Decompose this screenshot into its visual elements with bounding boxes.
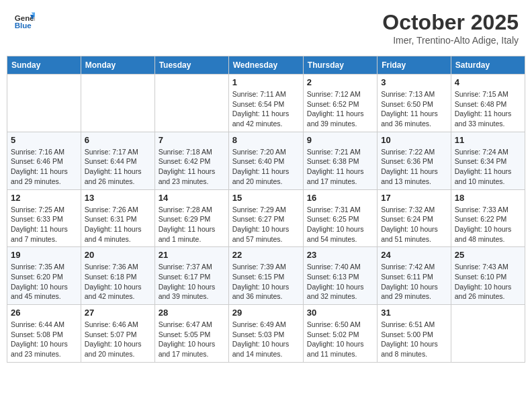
calendar-cell: 25Sunrise: 7:43 AM Sunset: 6:10 PM Dayli…	[451, 247, 525, 305]
day-info: Sunrise: 7:18 AM Sunset: 6:42 PM Dayligh…	[159, 147, 225, 187]
calendar-cell: 22Sunrise: 7:39 AM Sunset: 6:15 PM Dayli…	[228, 247, 303, 305]
page-header: General Blue October 2025 Imer, Trentino…	[7, 7, 525, 49]
weekday-header: Thursday	[303, 56, 377, 75]
calendar-cell: 26Sunrise: 6:44 AM Sunset: 5:08 PM Dayli…	[7, 305, 81, 363]
title-block: October 2025 Imer, Trentino-Alto Adige, …	[382, 10, 519, 46]
day-number: 3	[381, 77, 447, 87]
day-info: Sunrise: 7:32 AM Sunset: 6:24 PM Dayligh…	[381, 205, 447, 244]
calendar-cell: 19Sunrise: 7:35 AM Sunset: 6:20 PM Dayli…	[7, 247, 81, 305]
day-number: 30	[307, 308, 373, 318]
day-number: 13	[85, 193, 151, 203]
day-number: 1	[232, 77, 300, 87]
day-info: Sunrise: 7:22 AM Sunset: 6:36 PM Dayligh…	[381, 147, 447, 187]
day-number: 22	[232, 250, 300, 260]
day-info: Sunrise: 6:47 AM Sunset: 5:05 PM Dayligh…	[159, 320, 225, 359]
day-number: 9	[307, 135, 373, 145]
day-info: Sunrise: 7:13 AM Sunset: 6:50 PM Dayligh…	[381, 89, 447, 129]
day-number: 7	[159, 135, 225, 145]
calendar-week-row: 5Sunrise: 7:16 AM Sunset: 6:46 PM Daylig…	[7, 132, 525, 189]
day-info: Sunrise: 7:33 AM Sunset: 6:22 PM Dayligh…	[455, 205, 521, 244]
day-number: 20	[85, 250, 151, 260]
day-number: 26	[11, 308, 77, 318]
weekday-header: Sunday	[7, 56, 81, 75]
day-info: Sunrise: 6:51 AM Sunset: 5:00 PM Dayligh…	[381, 320, 447, 359]
day-number: 14	[159, 193, 225, 203]
day-info: Sunrise: 7:21 AM Sunset: 6:38 PM Dayligh…	[307, 147, 373, 187]
month-title: October 2025	[382, 10, 519, 35]
day-number: 23	[307, 250, 373, 260]
calendar-cell: 23Sunrise: 7:40 AM Sunset: 6:13 PM Dayli…	[303, 247, 377, 305]
calendar-cell	[7, 75, 81, 132]
calendar-cell: 3Sunrise: 7:13 AM Sunset: 6:50 PM Daylig…	[378, 75, 451, 132]
calendar-week-row: 1Sunrise: 7:11 AM Sunset: 6:54 PM Daylig…	[7, 75, 525, 132]
day-info: Sunrise: 7:17 AM Sunset: 6:44 PM Dayligh…	[85, 147, 151, 187]
calendar-cell	[154, 75, 228, 132]
calendar-cell: 2Sunrise: 7:12 AM Sunset: 6:52 PM Daylig…	[303, 75, 377, 132]
day-info: Sunrise: 7:15 AM Sunset: 6:48 PM Dayligh…	[455, 89, 521, 129]
day-info: Sunrise: 7:42 AM Sunset: 6:11 PM Dayligh…	[381, 262, 447, 302]
logo: General Blue	[13, 10, 35, 32]
day-info: Sunrise: 7:25 AM Sunset: 6:33 PM Dayligh…	[11, 205, 77, 244]
weekday-header: Friday	[378, 56, 451, 75]
calendar-cell: 9Sunrise: 7:21 AM Sunset: 6:38 PM Daylig…	[303, 132, 377, 189]
calendar-header-row: SundayMondayTuesdayWednesdayThursdayFrid…	[7, 56, 525, 75]
calendar-week-row: 12Sunrise: 7:25 AM Sunset: 6:33 PM Dayli…	[7, 189, 525, 247]
day-number: 8	[232, 135, 300, 145]
day-number: 24	[381, 250, 447, 260]
weekday-header: Wednesday	[228, 56, 303, 75]
calendar-cell: 4Sunrise: 7:15 AM Sunset: 6:48 PM Daylig…	[451, 75, 525, 132]
day-info: Sunrise: 7:28 AM Sunset: 6:29 PM Dayligh…	[159, 205, 225, 244]
calendar-cell: 15Sunrise: 7:29 AM Sunset: 6:27 PM Dayli…	[228, 189, 303, 247]
day-info: Sunrise: 7:31 AM Sunset: 6:25 PM Dayligh…	[307, 205, 373, 244]
calendar-cell: 29Sunrise: 6:49 AM Sunset: 5:03 PM Dayli…	[228, 305, 303, 363]
calendar-cell: 31Sunrise: 6:51 AM Sunset: 5:00 PM Dayli…	[378, 305, 451, 363]
calendar-cell: 11Sunrise: 7:24 AM Sunset: 6:34 PM Dayli…	[451, 132, 525, 189]
day-info: Sunrise: 7:40 AM Sunset: 6:13 PM Dayligh…	[307, 262, 373, 302]
day-number: 28	[159, 308, 225, 318]
day-number: 18	[455, 193, 521, 203]
day-number: 19	[11, 250, 77, 260]
calendar-week-row: 26Sunrise: 6:44 AM Sunset: 5:08 PM Dayli…	[7, 305, 525, 363]
calendar-cell: 16Sunrise: 7:31 AM Sunset: 6:25 PM Dayli…	[303, 189, 377, 247]
day-info: Sunrise: 6:44 AM Sunset: 5:08 PM Dayligh…	[11, 320, 77, 359]
day-number: 15	[232, 193, 300, 203]
calendar-cell: 21Sunrise: 7:37 AM Sunset: 6:17 PM Dayli…	[154, 247, 228, 305]
day-info: Sunrise: 7:26 AM Sunset: 6:31 PM Dayligh…	[85, 205, 151, 244]
calendar-cell: 10Sunrise: 7:22 AM Sunset: 6:36 PM Dayli…	[378, 132, 451, 189]
day-number: 27	[85, 308, 151, 318]
day-info: Sunrise: 7:16 AM Sunset: 6:46 PM Dayligh…	[11, 147, 77, 187]
day-number: 16	[307, 193, 373, 203]
calendar-cell: 14Sunrise: 7:28 AM Sunset: 6:29 PM Dayli…	[154, 189, 228, 247]
day-number: 10	[381, 135, 447, 145]
calendar-cell: 7Sunrise: 7:18 AM Sunset: 6:42 PM Daylig…	[154, 132, 228, 189]
day-info: Sunrise: 6:49 AM Sunset: 5:03 PM Dayligh…	[232, 320, 300, 359]
calendar-cell: 17Sunrise: 7:32 AM Sunset: 6:24 PM Dayli…	[378, 189, 451, 247]
day-info: Sunrise: 7:29 AM Sunset: 6:27 PM Dayligh…	[232, 205, 300, 244]
location-subtitle: Imer, Trentino-Alto Adige, Italy	[382, 35, 519, 46]
calendar-cell: 6Sunrise: 7:17 AM Sunset: 6:44 PM Daylig…	[81, 132, 154, 189]
day-number: 31	[381, 308, 447, 318]
day-info: Sunrise: 7:37 AM Sunset: 6:17 PM Dayligh…	[159, 262, 225, 302]
calendar-cell: 8Sunrise: 7:20 AM Sunset: 6:40 PM Daylig…	[228, 132, 303, 189]
day-info: Sunrise: 7:11 AM Sunset: 6:54 PM Dayligh…	[232, 89, 300, 129]
calendar-cell	[451, 305, 525, 363]
day-number: 12	[11, 193, 77, 203]
calendar-cell: 28Sunrise: 6:47 AM Sunset: 5:05 PM Dayli…	[154, 305, 228, 363]
calendar-cell: 1Sunrise: 7:11 AM Sunset: 6:54 PM Daylig…	[228, 75, 303, 132]
weekday-header: Tuesday	[154, 56, 228, 75]
calendar-cell: 30Sunrise: 6:50 AM Sunset: 5:02 PM Dayli…	[303, 305, 377, 363]
calendar-cell: 13Sunrise: 7:26 AM Sunset: 6:31 PM Dayli…	[81, 189, 154, 247]
day-number: 5	[11, 135, 77, 145]
day-number: 4	[455, 77, 521, 87]
calendar-cell: 5Sunrise: 7:16 AM Sunset: 6:46 PM Daylig…	[7, 132, 81, 189]
calendar-cell: 12Sunrise: 7:25 AM Sunset: 6:33 PM Dayli…	[7, 189, 81, 247]
day-number: 11	[455, 135, 521, 145]
calendar-cell: 18Sunrise: 7:33 AM Sunset: 6:22 PM Dayli…	[451, 189, 525, 247]
weekday-header: Saturday	[451, 56, 525, 75]
day-info: Sunrise: 7:20 AM Sunset: 6:40 PM Dayligh…	[232, 147, 300, 187]
weekday-header: Monday	[81, 56, 154, 75]
day-number: 2	[307, 77, 373, 87]
day-info: Sunrise: 7:12 AM Sunset: 6:52 PM Dayligh…	[307, 89, 373, 129]
day-info: Sunrise: 6:50 AM Sunset: 5:02 PM Dayligh…	[307, 320, 373, 359]
day-info: Sunrise: 7:24 AM Sunset: 6:34 PM Dayligh…	[455, 147, 521, 187]
